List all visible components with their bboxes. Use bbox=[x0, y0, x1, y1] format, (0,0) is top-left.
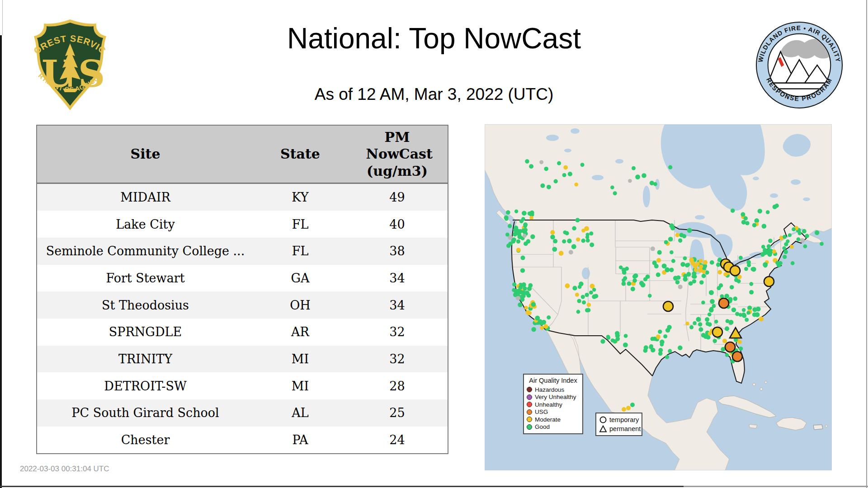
monitor-dot bbox=[527, 293, 531, 298]
table-row: Fort StewartGA34 bbox=[37, 265, 448, 292]
monitor-dot bbox=[592, 295, 596, 299]
table-row: DETROIT-SWMI28 bbox=[37, 372, 448, 399]
monitor-dot bbox=[668, 349, 672, 353]
monitor-dot bbox=[610, 185, 614, 189]
monitor-dot bbox=[675, 280, 680, 285]
monitor-dot bbox=[783, 235, 787, 239]
monitor-dot bbox=[572, 226, 576, 231]
monitor-dot bbox=[519, 219, 524, 223]
legend-swatch bbox=[527, 409, 532, 415]
top-site-marker-temporary bbox=[725, 342, 735, 352]
monitor-dot bbox=[673, 276, 678, 281]
monitor-dot bbox=[699, 280, 704, 285]
dashboard-page: { "header": { "title": "National: Top No… bbox=[0, 0, 868, 488]
monitor-dot bbox=[633, 273, 638, 278]
monitor-dot bbox=[547, 185, 551, 189]
monitor-dot bbox=[586, 308, 590, 312]
monitor-dot bbox=[524, 228, 528, 232]
monitor-dot bbox=[576, 310, 580, 314]
site-cell: Chester bbox=[37, 427, 254, 454]
monitor-dot bbox=[689, 258, 694, 263]
monitor-dot bbox=[623, 343, 628, 347]
state-cell: AR bbox=[254, 319, 347, 346]
monitor-dot bbox=[590, 243, 594, 247]
monitor-dot bbox=[565, 283, 570, 288]
monitor-dot bbox=[628, 179, 632, 183]
monitor-dot bbox=[710, 299, 715, 304]
legend-swatch bbox=[527, 417, 532, 422]
monitor-dot bbox=[692, 279, 696, 283]
wfaqrp-circle-icon: WILDLAND FIRE • AIR QUALITY RESPONSE PRO… bbox=[755, 20, 844, 110]
monitor-dot bbox=[578, 285, 582, 289]
monitor-dot bbox=[701, 300, 705, 305]
legend-label: Hazardous bbox=[535, 386, 564, 393]
monitor-dot bbox=[708, 313, 712, 317]
monitor-dot bbox=[581, 239, 585, 243]
wfaqrp-logo: WILDLAND FIRE • AIR QUALITY RESPONSE PRO… bbox=[755, 20, 844, 112]
monitor-dot bbox=[665, 355, 669, 359]
monitor-dot bbox=[624, 334, 628, 338]
monitor-dot bbox=[625, 267, 629, 271]
monitor-dot bbox=[528, 283, 533, 288]
monitor-dot bbox=[529, 216, 533, 220]
monitor-dot bbox=[562, 239, 566, 244]
monitor-dot bbox=[724, 294, 729, 299]
monitor-dot bbox=[518, 302, 522, 307]
state-cell: KY bbox=[254, 183, 347, 211]
top-site-marker-temporary bbox=[730, 266, 740, 276]
monitor-dot bbox=[523, 234, 527, 238]
site-cell: PC South Girard School bbox=[37, 399, 254, 427]
monitor-dot bbox=[544, 167, 548, 171]
state-cell: AL bbox=[254, 399, 347, 427]
monitor-dot bbox=[505, 233, 509, 237]
monitor-dot bbox=[589, 231, 593, 235]
monitor-dot bbox=[745, 318, 749, 322]
monitor-dot bbox=[584, 226, 589, 231]
monitor-dot bbox=[589, 291, 593, 295]
monitor-dot bbox=[622, 278, 625, 282]
monitor-dot bbox=[768, 239, 773, 243]
legend-label: USG bbox=[535, 408, 548, 415]
monitor-dot bbox=[554, 179, 558, 183]
monitor-dot bbox=[657, 250, 662, 255]
permanent-triangle-icon bbox=[599, 425, 607, 433]
monitor-dot bbox=[523, 224, 527, 228]
table-row: TRINITYMI32 bbox=[37, 346, 448, 373]
monitor-dot bbox=[553, 239, 557, 244]
value-cell: 28 bbox=[347, 372, 448, 399]
monitor-dot bbox=[576, 237, 580, 241]
legend-item: Good bbox=[527, 423, 580, 431]
monitor-dot bbox=[565, 231, 569, 235]
monitor-dot bbox=[685, 322, 689, 326]
monitor-dot bbox=[768, 252, 772, 257]
monitor-dot bbox=[522, 282, 526, 287]
monitor-dot bbox=[505, 217, 508, 221]
legend-label: Unhealthy bbox=[535, 401, 562, 408]
monitor-dot bbox=[783, 250, 788, 254]
value-cell: 32 bbox=[347, 346, 448, 373]
monitor-dot bbox=[524, 306, 528, 310]
monitor-dot bbox=[649, 345, 653, 349]
monitor-dot bbox=[696, 317, 701, 322]
monitor-dot bbox=[686, 272, 691, 277]
monitor-dot bbox=[708, 322, 712, 327]
aqi-legend-title: Air Quality Index bbox=[527, 377, 580, 384]
monitor-dot bbox=[786, 239, 789, 243]
monitor-dot bbox=[663, 334, 667, 338]
monitor-dot bbox=[559, 251, 564, 256]
top-site-marker-temporary bbox=[719, 298, 729, 308]
top-site-marker-temporary bbox=[764, 277, 774, 286]
monitor-dot bbox=[652, 337, 657, 341]
monitor-dot bbox=[815, 230, 819, 235]
monitor-dot bbox=[506, 244, 511, 248]
state-cell: GA bbox=[254, 265, 347, 292]
monitor-dot bbox=[630, 403, 635, 407]
monitor-dot bbox=[699, 259, 703, 263]
site-cell: DETROIT-SW bbox=[37, 372, 254, 399]
legend-swatch bbox=[527, 387, 532, 392]
monitor-dot bbox=[751, 267, 755, 271]
monitor-dot bbox=[585, 235, 589, 239]
legend-item: Moderate bbox=[527, 416, 580, 423]
col-header-pm: PM NowCast (ug/m3) bbox=[347, 125, 448, 183]
monitor-dot bbox=[622, 282, 626, 286]
